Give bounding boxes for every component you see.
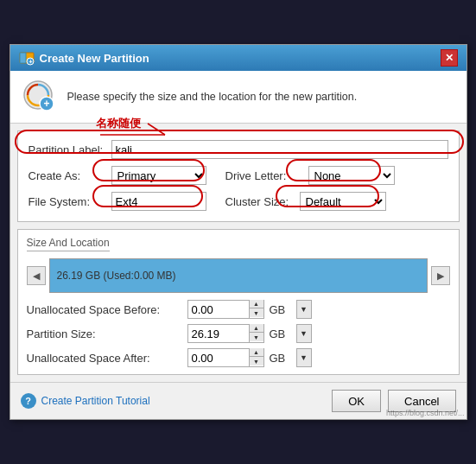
- file-system-label: File System:: [29, 195, 106, 208]
- dialog-title: Create New Partition: [40, 52, 149, 65]
- header-section: + Please specify the size and the locati…: [10, 71, 466, 124]
- close-button[interactable]: ✕: [441, 49, 458, 67]
- unallocated-before-unit-dropdown[interactable]: ▼: [296, 300, 312, 319]
- unallocated-after-label: Unallocated Space After:: [27, 352, 182, 365]
- disk-bar-label: 26.19 GB (Used:0.00 MB): [50, 270, 176, 282]
- partition-size-row: Partition Size: ▲ ▼ GB ▼: [27, 324, 450, 343]
- disk-bar: 26.19 GB (Used:0.00 MB): [49, 258, 428, 293]
- file-system-input[interactable]: [111, 192, 206, 211]
- unallocated-after-input-wrapper: ▲ ▼: [187, 348, 264, 367]
- unallocated-after-down[interactable]: ▼: [250, 357, 263, 365]
- unallocated-after-unit-dropdown[interactable]: ▼: [296, 348, 312, 367]
- size-location-section: Size And Location ◀ 26.19 GB (Used:0.00 …: [17, 229, 460, 375]
- unallocated-before-row: Unallocated Space Before: ▲ ▼ GB ▼: [27, 300, 450, 319]
- unallocated-before-down[interactable]: ▼: [250, 308, 263, 317]
- unallocated-before-label: Unallocated Space Before:: [27, 303, 182, 316]
- footer-left: ? Create Partition Tutorial: [21, 393, 150, 409]
- svg-text:+: +: [43, 98, 49, 110]
- unallocated-after-input[interactable]: [188, 349, 249, 366]
- cluster-size-label: Cluster Size:: [225, 195, 295, 208]
- tutorial-link[interactable]: Create Partition Tutorial: [41, 395, 150, 407]
- partition-size-input-wrapper: ▲ ▼: [187, 324, 264, 343]
- partition-size-label: Partition Size:: [27, 327, 182, 340]
- header-description: Please specify the size and the location…: [67, 91, 358, 103]
- unallocated-before-up[interactable]: ▲: [250, 300, 263, 308]
- unallocated-after-spinners: ▲ ▼: [249, 348, 263, 367]
- help-icon[interactable]: ?: [21, 393, 36, 409]
- unallocated-before-input[interactable]: [188, 301, 249, 318]
- header-icon: +: [22, 79, 57, 114]
- unallocated-before-unit: GB: [270, 303, 291, 316]
- title-bar-left: + Create New Partition: [19, 50, 149, 66]
- file-system-row: File System: Cluster Size: Default 512 1…: [29, 192, 448, 211]
- partition-size-down[interactable]: ▼: [250, 333, 263, 341]
- create-as-row: Create As: Primary Logical Extended Driv…: [29, 166, 448, 185]
- partition-label-input[interactable]: [111, 140, 448, 159]
- unallocated-after-unit: GB: [270, 352, 291, 365]
- create-as-label: Create As:: [29, 169, 106, 182]
- form-section: Partition Label: Create As: Primary Logi…: [17, 130, 460, 222]
- unallocated-before-spinners: ▲ ▼: [249, 300, 263, 319]
- partition-label-row: Partition Label:: [29, 140, 448, 159]
- svg-text:+: +: [29, 59, 32, 65]
- unallocated-after-row: Unallocated Space After: ▲ ▼ GB ▼: [27, 348, 450, 367]
- disk-nav-prev[interactable]: ◀: [27, 266, 46, 285]
- ok-button[interactable]: OK: [332, 390, 381, 412]
- create-partition-dialog: + Create New Partition ✕ + Please specif…: [10, 44, 467, 420]
- drive-letter-label: Drive Letter:: [225, 169, 303, 182]
- partition-size-spinners: ▲ ▼: [249, 324, 263, 343]
- partition-size-unit: GB: [270, 327, 291, 340]
- create-as-select[interactable]: Primary Logical Extended: [111, 166, 206, 185]
- cluster-size-select[interactable]: Default 512 1024 2048 4096: [300, 192, 386, 211]
- watermark: https://blog.csdn.net/...: [386, 409, 465, 417]
- svg-line-8: [148, 124, 165, 135]
- unallocated-before-input-wrapper: ▲ ▼: [187, 300, 264, 319]
- disk-bar-container: ◀ 26.19 GB (Used:0.00 MB) ▶: [27, 258, 450, 293]
- disk-nav-next[interactable]: ▶: [431, 266, 450, 285]
- title-bar: + Create New Partition ✕: [10, 45, 466, 71]
- partition-label-label: Partition Label:: [29, 143, 106, 156]
- svg-rect-1: [20, 53, 26, 63]
- unallocated-after-up[interactable]: ▲: [250, 348, 263, 357]
- partition-size-up[interactable]: ▲: [250, 324, 263, 333]
- drive-letter-select[interactable]: None A: B: C:: [308, 166, 395, 185]
- dialog-icon: +: [19, 50, 35, 66]
- partition-size-unit-dropdown[interactable]: ▼: [296, 324, 312, 343]
- partition-size-input[interactable]: [188, 325, 249, 342]
- size-location-title: Size And Location: [27, 237, 450, 251]
